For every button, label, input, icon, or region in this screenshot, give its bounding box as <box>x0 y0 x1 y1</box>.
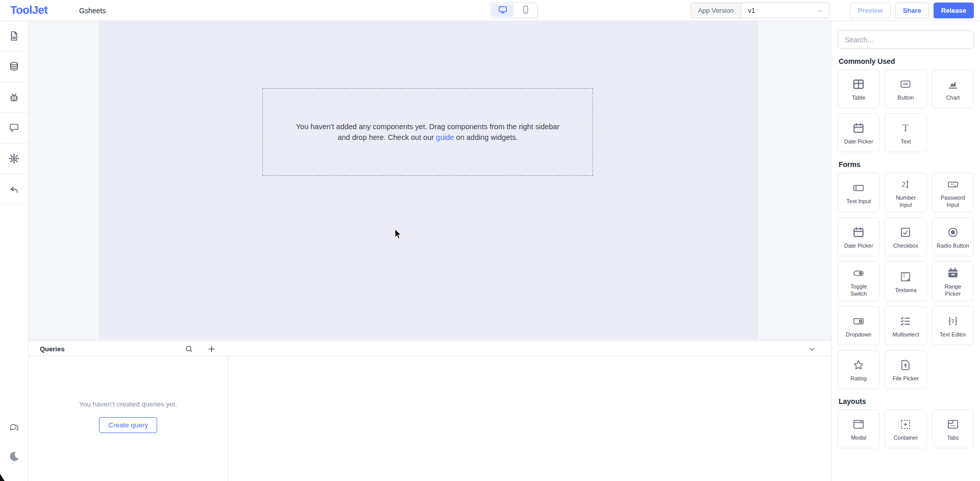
mobile-icon <box>521 5 531 17</box>
chart-icon <box>946 78 960 91</box>
app-version-value: v1 <box>748 7 755 14</box>
checkbox-icon <box>899 226 912 239</box>
widget-label: Text <box>900 138 911 146</box>
left-sidebar: {;} <box>0 21 29 481</box>
widget-label: Radio Button <box>937 243 969 250</box>
widget-card-tabs[interactable]: Tabs <box>932 410 974 448</box>
collapse-panel-chevron-icon[interactable] <box>807 344 817 354</box>
undo-icon <box>8 183 20 195</box>
desktop-layout-button[interactable] <box>492 4 513 17</box>
dropdown-icon <box>852 315 865 328</box>
widget-card-date-picker[interactable]: Date Picker <box>838 218 879 256</box>
widget-label: Textarea <box>895 287 916 294</box>
tabs-icon <box>946 418 960 431</box>
radio-button-icon <box>946 226 960 239</box>
widget-card-text-editor[interactable]: TText Editor <box>932 306 974 345</box>
widget-card-dropdown[interactable]: Dropdown <box>838 306 879 345</box>
widget-card-number-input[interactable]: 2Number Input <box>885 173 926 212</box>
left-sidebar-bottom <box>0 422 28 481</box>
widget-card-date-picker[interactable]: Date Picker <box>838 113 879 152</box>
widget-card-button[interactable]: OKButton <box>885 69 926 108</box>
text-editor-icon: T <box>946 315 960 328</box>
widget-label: File Picker <box>893 375 919 382</box>
query-panel-title: Queries <box>40 345 64 353</box>
widget-card-password-input[interactable]: **Password Input <box>932 173 974 212</box>
widget-grid: Text Input2Number Input**Password InputD… <box>838 173 974 389</box>
widget-card-textarea[interactable]: TTextarea <box>885 261 926 301</box>
textarea-icon: T <box>899 270 912 283</box>
widget-card-modal[interactable]: Modal <box>838 410 879 448</box>
widget-card-checkbox[interactable]: Checkbox <box>885 218 926 256</box>
widget-grid: ModalContainerTabs <box>838 410 974 448</box>
widget-card-chart[interactable]: Chart <box>932 69 974 108</box>
app-canvas[interactable]: You haven't added any components yet. Dr… <box>99 21 758 339</box>
sidebar-item-inspector[interactable]: {;} <box>0 21 28 52</box>
dark-mode-icon[interactable] <box>8 450 20 463</box>
preview-button[interactable]: Preview <box>850 3 891 18</box>
text-input-icon <box>852 181 865 195</box>
widget-card-toggle-switch[interactable]: Toggle Switch <box>838 261 879 301</box>
tooljet-logo[interactable]: ToolJet <box>10 4 47 17</box>
widget-label: Table <box>852 94 865 102</box>
widget-card-rating[interactable]: Rating <box>838 350 879 389</box>
widget-label: Dropdown <box>846 331 871 339</box>
svg-text:{;}: {;} <box>11 34 16 37</box>
canvas-empty-dropzone[interactable]: You haven't added any components yet. Dr… <box>262 88 593 176</box>
app-version-label: App Version <box>691 3 741 18</box>
sidebar-item-comments[interactable] <box>0 113 28 143</box>
widget-label: Toggle Switch <box>844 283 873 297</box>
header-actions: App Version v1 Preview Share Release <box>691 3 974 18</box>
range-picker-icon <box>946 267 960 280</box>
toggle-switch-icon <box>852 267 865 280</box>
widget-card-file-picker[interactable]: File Picker <box>885 350 926 389</box>
desktop-icon <box>498 5 508 17</box>
widget-label: Date Picker <box>844 138 873 146</box>
device-layout-toggle <box>490 3 538 18</box>
sidebar-item-settings[interactable] <box>0 143 28 174</box>
sidebar-item-debugger[interactable] <box>0 82 28 113</box>
widget-card-multiselect[interactable]: Multiselect <box>885 306 926 345</box>
inspector-icon: {;} <box>8 30 20 42</box>
widget-label: Text Input <box>846 198 871 205</box>
widget-label: Multiselect <box>893 331 919 339</box>
sidebar-item-undo[interactable] <box>0 174 28 205</box>
mobile-layout-button[interactable] <box>514 4 536 17</box>
query-panel-header: Queries <box>29 341 831 356</box>
svg-text:T: T <box>903 272 906 278</box>
widget-card-radio-button[interactable]: Radio Button <box>932 218 974 256</box>
rating-icon <box>852 358 865 372</box>
comment-toggle-icon[interactable] <box>8 422 20 434</box>
number-input-icon: 2 <box>899 178 912 191</box>
app-version-select[interactable]: v1 <box>741 3 829 18</box>
widget-card-text[interactable]: TText <box>885 113 926 152</box>
share-button[interactable]: Share <box>895 3 929 18</box>
widget-label: Rating <box>850 375 867 382</box>
svg-text:**: ** <box>950 182 954 187</box>
empty-text-after: on adding widgets. <box>454 133 518 141</box>
date-picker-icon <box>852 226 865 239</box>
app-name[interactable]: Gsheets <box>79 7 106 15</box>
search-icon[interactable] <box>184 344 194 354</box>
app-version-group: App Version v1 <box>691 3 829 18</box>
release-button[interactable]: Release <box>934 3 974 18</box>
widget-label: Text Editor <box>940 331 966 339</box>
create-query-button[interactable]: Create query <box>99 417 157 433</box>
widget-card-text-input[interactable]: Text Input <box>838 173 879 212</box>
section-title: Layouts <box>839 397 973 405</box>
widget-card-container[interactable]: Container <box>885 410 926 448</box>
svg-text:T: T <box>951 318 955 325</box>
empty-text-before: You haven't added any components yet. Dr… <box>296 123 560 141</box>
svg-text:T: T <box>903 123 909 133</box>
sidebar-item-datasources[interactable] <box>0 52 28 82</box>
widget-sidebar: Commonly UsedTableOKButtonChartDate Pick… <box>831 21 980 481</box>
date-picker-icon <box>852 122 865 135</box>
widget-card-table[interactable]: Table <box>838 69 879 108</box>
add-query-icon[interactable] <box>207 344 216 354</box>
svg-text:2: 2 <box>902 180 906 188</box>
widget-search-input[interactable] <box>838 30 974 49</box>
widget-label: Password Input <box>939 195 967 208</box>
widget-card-range-picker[interactable]: Range Picker <box>932 261 974 301</box>
editor-main-area: You haven't added any components yet. Dr… <box>29 21 831 481</box>
datasources-icon <box>8 61 20 73</box>
guide-link[interactable]: guide <box>436 133 454 141</box>
